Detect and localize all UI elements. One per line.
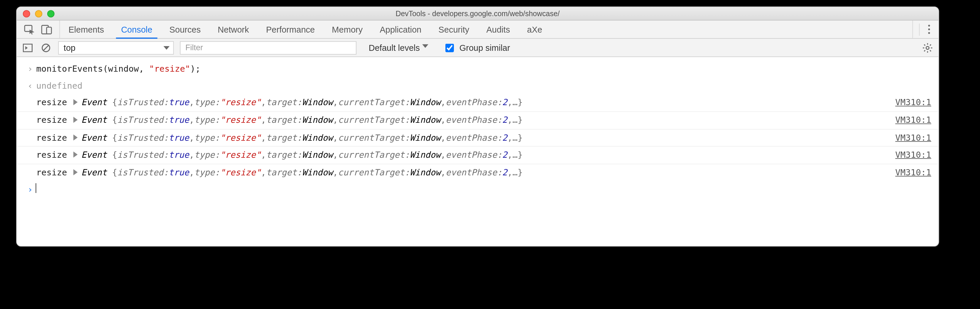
console-log-row: resize Event {isTrusted: true, type: "re… bbox=[17, 94, 939, 111]
chevron-down-icon bbox=[422, 44, 428, 48]
console-log-row: resize Event {isTrusted: true, type: "re… bbox=[17, 164, 939, 181]
tab-performance[interactable]: Performance bbox=[258, 21, 323, 38]
tab-memory[interactable]: Memory bbox=[323, 21, 371, 38]
titlebar: DevTools - developers.google.com/web/sho… bbox=[17, 7, 939, 21]
tab-label: Sources bbox=[169, 24, 201, 34]
tab-label: Network bbox=[218, 24, 249, 34]
svg-point-6 bbox=[926, 46, 929, 49]
execution-context-select[interactable]: top bbox=[58, 41, 174, 54]
console-input-text: monitorEvents(window, "resize"); bbox=[36, 62, 200, 76]
event-class: Event bbox=[81, 96, 112, 110]
minimize-window-icon[interactable] bbox=[35, 10, 42, 17]
tab-label: Performance bbox=[266, 24, 315, 34]
event-class: Event bbox=[81, 149, 112, 162]
tab-console[interactable]: Console bbox=[113, 21, 161, 38]
log-source-link[interactable]: VM310:1 bbox=[895, 114, 931, 127]
input-chevron-icon: › bbox=[24, 62, 37, 76]
log-source-link[interactable]: VM310:1 bbox=[895, 149, 931, 162]
clear-console-icon[interactable] bbox=[40, 42, 52, 54]
tab-label: Memory bbox=[332, 24, 363, 34]
tab-label: Elements bbox=[68, 24, 104, 34]
panel-tabs: ElementsConsoleSourcesNetworkPerformance… bbox=[60, 21, 551, 38]
console-settings-icon[interactable] bbox=[922, 42, 934, 54]
disclosure-triangle-icon[interactable] bbox=[73, 152, 78, 158]
panel-tabbar: ElementsConsoleSourcesNetworkPerformance… bbox=[17, 21, 939, 39]
event-class: Event bbox=[81, 131, 112, 144]
tab-label: Console bbox=[121, 24, 153, 34]
show-console-sidebar-icon[interactable] bbox=[22, 42, 34, 54]
svg-line-11 bbox=[924, 44, 926, 45]
log-source-link[interactable]: VM310:1 bbox=[895, 96, 931, 110]
console-toolbar: top Default levels Group similar bbox=[17, 39, 939, 57]
chevron-down-icon bbox=[164, 46, 170, 50]
svg-line-12 bbox=[930, 50, 931, 51]
zoom-window-icon[interactable] bbox=[47, 10, 54, 17]
svg-rect-2 bbox=[47, 27, 52, 34]
event-name: resize bbox=[36, 166, 67, 179]
log-levels-label: Default levels bbox=[369, 43, 420, 52]
svg-line-14 bbox=[930, 44, 931, 45]
log-levels-select[interactable]: Default levels bbox=[366, 43, 431, 52]
group-similar-input[interactable] bbox=[445, 43, 454, 52]
console-result: ‹ undefined bbox=[17, 78, 939, 94]
svg-line-13 bbox=[924, 50, 926, 51]
event-name: resize bbox=[36, 131, 67, 144]
tab-label: Security bbox=[438, 24, 469, 34]
tab-label: aXe bbox=[527, 24, 542, 34]
log-source-link[interactable]: VM310:1 bbox=[895, 166, 931, 179]
svg-line-5 bbox=[43, 45, 48, 50]
event-name: resize bbox=[36, 96, 67, 110]
close-window-icon[interactable] bbox=[23, 10, 30, 17]
event-class: Event bbox=[81, 166, 112, 179]
group-similar-checkbox[interactable]: Group similar bbox=[443, 42, 510, 54]
event-name: resize bbox=[36, 149, 67, 162]
window-title: DevTools - developers.google.com/web/sho… bbox=[17, 9, 939, 18]
tabbar-right bbox=[912, 21, 938, 38]
disclosure-triangle-icon[interactable] bbox=[73, 99, 78, 106]
devtools-window: DevTools - developers.google.com/web/sho… bbox=[16, 6, 939, 247]
tab-audits[interactable]: Audits bbox=[478, 21, 519, 38]
prompt-chevron-icon: › bbox=[24, 183, 37, 196]
more-menu-icon[interactable] bbox=[926, 25, 932, 34]
event-class: Event bbox=[81, 114, 112, 127]
device-toggle-icon[interactable] bbox=[41, 24, 52, 34]
tab-network[interactable]: Network bbox=[209, 21, 258, 38]
tab-label: Audits bbox=[486, 24, 510, 34]
log-source-link[interactable]: VM310:1 bbox=[895, 131, 931, 144]
console-result-value: undefined bbox=[36, 79, 82, 93]
disclosure-triangle-icon[interactable] bbox=[73, 169, 78, 175]
tab-label: Application bbox=[380, 24, 422, 34]
tab-axe[interactable]: aXe bbox=[519, 21, 551, 38]
inspect-element-icon[interactable] bbox=[24, 24, 35, 34]
window-controls bbox=[17, 10, 54, 17]
console-log-row: resize Event {isTrusted: true, type: "re… bbox=[17, 129, 939, 147]
divider bbox=[919, 23, 920, 35]
tab-security[interactable]: Security bbox=[430, 21, 478, 38]
inspect-toggle-group bbox=[17, 21, 60, 38]
disclosure-triangle-icon[interactable] bbox=[73, 117, 78, 123]
console-input-echo: › monitorEvents(window, "resize"); bbox=[17, 61, 939, 78]
text-cursor-icon bbox=[35, 183, 36, 193]
output-chevron-icon: ‹ bbox=[24, 79, 37, 93]
disclosure-triangle-icon[interactable] bbox=[73, 134, 78, 140]
execution-context-value: top bbox=[64, 43, 75, 52]
console-log-row: resize Event {isTrusted: true, type: "re… bbox=[17, 111, 939, 129]
console-prompt[interactable]: › bbox=[17, 181, 939, 198]
console-filter-input[interactable] bbox=[180, 41, 356, 54]
console-log-row: resize Event {isTrusted: true, type: "re… bbox=[17, 146, 939, 164]
tab-elements[interactable]: Elements bbox=[60, 21, 112, 38]
group-similar-label: Group similar bbox=[460, 43, 510, 52]
tab-application[interactable]: Application bbox=[371, 21, 430, 38]
console-body: › monitorEvents(window, "resize"); ‹ und… bbox=[17, 57, 939, 246]
event-name: resize bbox=[36, 114, 67, 127]
tab-sources[interactable]: Sources bbox=[161, 21, 209, 38]
